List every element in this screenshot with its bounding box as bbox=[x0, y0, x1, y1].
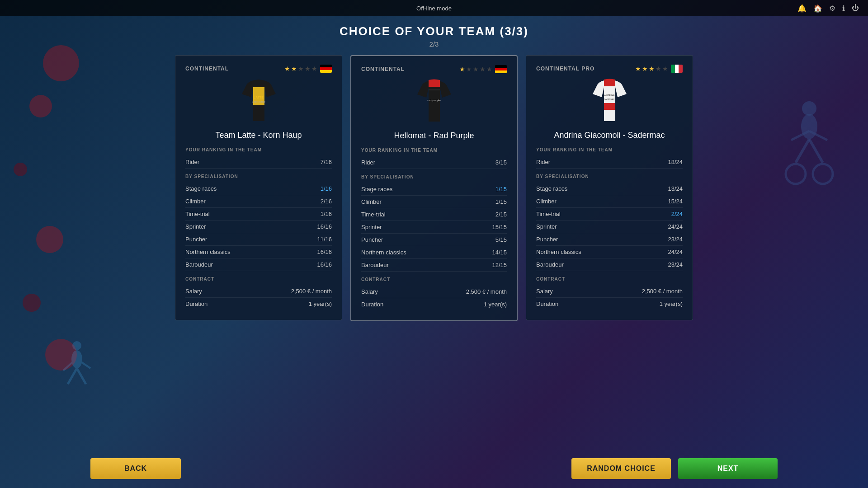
spec-row: Puncher 11/16 bbox=[185, 233, 332, 246]
spec-row: Climber 15/24 bbox=[536, 195, 683, 208]
star-1: ★ bbox=[291, 65, 297, 72]
star-3: ★ bbox=[305, 65, 311, 72]
spec-row: Climber 2/16 bbox=[185, 195, 332, 208]
salary-row: Salary 2,500 € / month bbox=[361, 286, 507, 298]
star-4: ★ bbox=[311, 65, 317, 72]
next-button[interactable]: Next bbox=[678, 458, 778, 479]
jersey-container: LATTE KORN HAUP bbox=[185, 78, 332, 123]
stars-container: ★★★★★ bbox=[284, 65, 317, 72]
card-header: CONTINENTAL ★★★★★ bbox=[361, 65, 507, 73]
jersey-container: ANDRINA SADERMAC bbox=[536, 78, 683, 123]
star-0: ★ bbox=[284, 65, 290, 72]
power-icon[interactable]: ⏻ bbox=[852, 4, 859, 12]
team-card-hellomat[interactable]: CONTINENTAL ★★★★★ rad-purple Hellomat - … bbox=[350, 55, 518, 321]
card-category: CONTINENTAL bbox=[185, 66, 229, 72]
star-0: ★ bbox=[459, 66, 465, 73]
jersey-image: rad-purple bbox=[414, 79, 454, 122]
team-name: Andrina Giacomoli - Sadermac bbox=[536, 131, 683, 140]
right-buttons: Random Choice Next bbox=[571, 458, 778, 479]
spec-row: Baroudeur 12/15 bbox=[361, 259, 507, 272]
runner-decoration bbox=[54, 339, 99, 398]
svg-text:SADERMAC: SADERMAC bbox=[604, 98, 614, 100]
svg-text:KORN HAUP: KORN HAUP bbox=[252, 101, 265, 103]
team-name: Hellomat - Rad Purple bbox=[361, 131, 507, 141]
ranking-label: YOUR RANKING IN THE TEAM bbox=[185, 147, 332, 152]
jersey-image: LATTE KORN HAUP bbox=[238, 78, 279, 121]
settings-icon[interactable]: ⚙ bbox=[829, 4, 835, 13]
svg-text:LATTE: LATTE bbox=[253, 96, 263, 99]
svg-text:rad-purple: rad-purple bbox=[427, 99, 441, 102]
jersey-container: rad-purple bbox=[361, 79, 507, 124]
home-icon[interactable]: 🏠 bbox=[813, 4, 822, 13]
spec-row: Northern classics 14/15 bbox=[361, 246, 507, 259]
svg-point-8 bbox=[72, 341, 81, 350]
card-header: CONTINENTAL PRO ★★★★★ bbox=[536, 65, 683, 73]
contract-label: CONTRACT bbox=[185, 277, 332, 282]
star-1: ★ bbox=[642, 65, 648, 72]
spec-row: Time-trial 2/24 bbox=[536, 208, 683, 221]
top-bar: Off-line mode 🔔 🏠 ⚙ ℹ ⏻ bbox=[0, 0, 868, 16]
random-choice-button[interactable]: Random Choice bbox=[571, 458, 671, 479]
duration-row: Duration 1 year(s) bbox=[185, 298, 332, 310]
spec-row: Stage races 1/16 bbox=[185, 183, 332, 195]
svg-line-10 bbox=[68, 368, 77, 384]
svg-point-9 bbox=[71, 350, 82, 368]
salary-row: Salary 2,500 € / month bbox=[185, 285, 332, 298]
contract-label: CONTRACT bbox=[536, 277, 683, 282]
team-cards-container: CONTINENTAL ★★★★★ LATTE KORN HAUP Team L… bbox=[0, 50, 868, 327]
svg-rect-18 bbox=[604, 103, 615, 110]
spec-row: Baroudeur 16/16 bbox=[185, 258, 332, 271]
ranking-label: YOUR RANKING IN THE TEAM bbox=[361, 148, 507, 153]
svg-line-11 bbox=[77, 368, 86, 384]
bell-icon[interactable]: 🔔 bbox=[797, 4, 807, 13]
duration-row: Duration 1 year(s) bbox=[536, 298, 683, 310]
page-title: CHOICE OF YOUR TEAM (3/3) bbox=[0, 24, 868, 38]
star-4: ★ bbox=[486, 66, 492, 73]
salary-row: Salary 2,500 € / month bbox=[536, 285, 683, 298]
card-header-right: ★★★★★ bbox=[635, 65, 683, 73]
info-icon[interactable]: ℹ bbox=[842, 4, 845, 13]
rider-row: Rider 18/24 bbox=[536, 156, 683, 169]
top-bar-icons: 🔔 🏠 ⚙ ℹ ⏻ bbox=[797, 4, 859, 13]
spec-row: Climber 1/15 bbox=[361, 196, 507, 208]
card-category: CONTINENTAL PRO bbox=[536, 66, 594, 72]
svg-line-12 bbox=[63, 361, 73, 371]
svg-text:ANDRINA: ANDRINA bbox=[604, 94, 614, 97]
team-card-latte[interactable]: CONTINENTAL ★★★★★ LATTE KORN HAUP Team L… bbox=[175, 55, 342, 320]
offline-mode-label: Off-line mode bbox=[416, 5, 452, 12]
spec-row: Northern classics 16/16 bbox=[185, 246, 332, 258]
ranking-label: YOUR RANKING IN THE TEAM bbox=[536, 147, 683, 152]
back-button[interactable]: Back bbox=[90, 458, 181, 479]
star-4: ★ bbox=[662, 65, 668, 72]
bottom-bar: Back Random Choice Next bbox=[0, 458, 868, 479]
duration-row: Duration 1 year(s) bbox=[361, 298, 507, 310]
card-header-right: ★★★★★ bbox=[284, 65, 332, 73]
contract-label: CONTRACT bbox=[361, 277, 507, 282]
page-header: CHOICE OF YOUR TEAM (3/3) 2/3 bbox=[0, 16, 868, 50]
specialisation-label: BY SPECIALISATION bbox=[361, 174, 507, 179]
specialisation-label: BY SPECIALISATION bbox=[536, 174, 683, 179]
spec-row: Northern classics 24/24 bbox=[536, 246, 683, 258]
specialisation-label: BY SPECIALISATION bbox=[185, 174, 332, 179]
team-card-andrina[interactable]: CONTINENTAL PRO ★★★★★ ANDRINA SADERMAC A… bbox=[526, 55, 693, 320]
spec-row: Puncher 5/15 bbox=[361, 234, 507, 246]
star-3: ★ bbox=[656, 65, 661, 72]
spec-row: Time-trial 1/16 bbox=[185, 208, 332, 221]
card-header: CONTINENTAL ★★★★★ bbox=[185, 65, 332, 73]
spec-row: Baroudeur 23/24 bbox=[536, 258, 683, 271]
star-2: ★ bbox=[298, 65, 304, 72]
star-0: ★ bbox=[635, 65, 641, 72]
card-category: CONTINENTAL bbox=[361, 66, 405, 72]
team-name: Team Latte - Korn Haup bbox=[185, 131, 332, 140]
card-header-right: ★★★★★ bbox=[459, 65, 507, 73]
star-1: ★ bbox=[466, 66, 472, 73]
svg-line-13 bbox=[80, 361, 90, 368]
spec-row: Sprinter 16/16 bbox=[185, 221, 332, 233]
spec-row: Stage races 1/15 bbox=[361, 183, 507, 196]
spec-row: Puncher 23/24 bbox=[536, 233, 683, 246]
spec-row: Sprinter 24/24 bbox=[536, 221, 683, 233]
rider-row: Rider 7/16 bbox=[185, 156, 332, 169]
stars-container: ★★★★★ bbox=[635, 65, 668, 72]
star-3: ★ bbox=[480, 66, 486, 73]
rider-row: Rider 3/15 bbox=[361, 156, 507, 169]
